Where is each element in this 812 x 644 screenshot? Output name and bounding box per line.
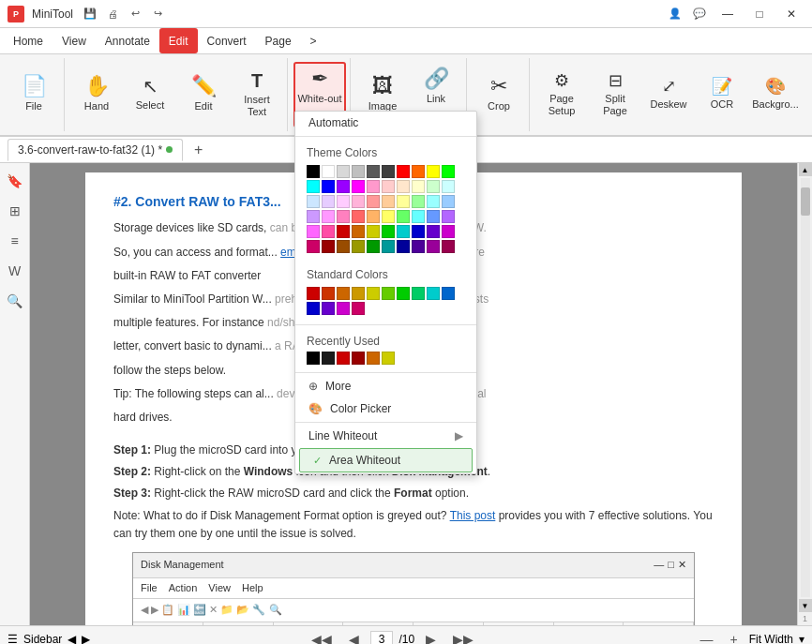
zoom-in-btn[interactable]: + xyxy=(724,630,743,645)
standard-color-swatch[interactable] xyxy=(352,287,365,300)
dropdown-color-picker[interactable]: 🎨 Color Picker xyxy=(295,397,476,420)
theme-color-swatch[interactable] xyxy=(307,210,320,223)
theme-color-swatch[interactable] xyxy=(307,180,320,193)
scroll-thumb[interactable] xyxy=(801,187,810,216)
undo-btn[interactable]: ↩ xyxy=(126,5,144,23)
menu-page[interactable]: Page xyxy=(256,28,301,53)
tool-edit[interactable]: ✏️ Edit xyxy=(177,62,230,127)
theme-color-swatch[interactable] xyxy=(427,165,440,178)
theme-color-swatch[interactable] xyxy=(307,240,320,253)
theme-color-swatch[interactable] xyxy=(367,225,380,238)
tab-add-btn[interactable]: + xyxy=(187,140,210,160)
theme-color-swatch[interactable] xyxy=(412,195,425,208)
theme-color-swatch[interactable] xyxy=(352,225,365,238)
standard-color-swatch[interactable] xyxy=(412,287,425,300)
sidebar-icon-bookmark[interactable]: 🔖 xyxy=(3,169,27,193)
theme-color-swatch[interactable] xyxy=(412,210,425,223)
standard-color-swatch[interactable] xyxy=(337,287,350,300)
recent-color-swatch[interactable] xyxy=(337,352,350,365)
theme-color-swatch[interactable] xyxy=(322,195,335,208)
theme-color-swatch[interactable] xyxy=(322,240,335,253)
standard-color-swatch[interactable] xyxy=(367,287,380,300)
theme-color-swatch[interactable] xyxy=(307,225,320,238)
theme-color-swatch[interactable] xyxy=(382,165,395,178)
dropdown-more[interactable]: ⊕ More xyxy=(295,375,476,397)
theme-color-swatch[interactable] xyxy=(442,195,455,208)
theme-color-swatch[interactable] xyxy=(397,225,410,238)
theme-color-swatch[interactable] xyxy=(352,195,365,208)
theme-color-swatch[interactable] xyxy=(382,180,395,193)
standard-color-swatch[interactable] xyxy=(307,287,320,300)
theme-color-swatch[interactable] xyxy=(382,240,395,253)
theme-color-swatch[interactable] xyxy=(352,240,365,253)
theme-color-swatch[interactable] xyxy=(412,225,425,238)
theme-color-swatch[interactable] xyxy=(397,210,410,223)
save-quick-btn[interactable]: 💾 xyxy=(81,5,99,23)
menu-edit[interactable]: Edit xyxy=(159,28,198,53)
theme-color-swatch[interactable] xyxy=(307,195,320,208)
fit-width-chevron[interactable]: ▾ xyxy=(799,633,804,645)
menu-view[interactable]: View xyxy=(53,28,96,53)
theme-color-swatch[interactable] xyxy=(442,225,455,238)
sidebar-icon-layers[interactable]: ≡ xyxy=(3,229,27,253)
theme-color-swatch[interactable] xyxy=(427,210,440,223)
menu-more-chevron[interactable]: > xyxy=(301,28,326,53)
dropdown-area-whiteout[interactable]: ✓ Area Whiteout xyxy=(299,448,473,472)
theme-color-swatch[interactable] xyxy=(442,180,455,193)
tool-file[interactable]: 📄 File xyxy=(8,62,60,127)
theme-color-swatch[interactable] xyxy=(397,240,410,253)
sidebar-arrow-right[interactable]: ▶ xyxy=(82,633,90,645)
theme-color-swatch[interactable] xyxy=(382,210,395,223)
theme-color-swatch[interactable] xyxy=(337,165,350,178)
theme-color-swatch[interactable] xyxy=(427,180,440,193)
theme-color-swatch[interactable] xyxy=(442,210,455,223)
tool-crop[interactable]: ✂ Crop xyxy=(473,62,525,127)
close-btn[interactable]: ✕ xyxy=(778,1,804,27)
dropdown-line-whiteout[interactable]: Line Whiteout ▶ xyxy=(295,425,476,447)
theme-color-swatch[interactable] xyxy=(352,165,365,178)
theme-color-swatch[interactable] xyxy=(322,225,335,238)
standard-color-swatch[interactable] xyxy=(322,287,335,300)
sidebar-icon-search[interactable]: 🔍 xyxy=(3,289,27,313)
theme-color-swatch[interactable] xyxy=(412,180,425,193)
tool-hand[interactable]: ✋ Hand xyxy=(70,62,123,127)
dropdown-auto[interactable]: Automatic xyxy=(295,112,476,134)
maximize-btn[interactable]: □ xyxy=(746,1,773,27)
theme-color-swatch[interactable] xyxy=(367,240,380,253)
theme-color-swatch[interactable] xyxy=(397,195,410,208)
standard-color-swatch[interactable] xyxy=(322,302,335,315)
theme-color-swatch[interactable] xyxy=(337,240,350,253)
theme-color-swatch[interactable] xyxy=(367,165,380,178)
chat-icon[interactable]: 💬 xyxy=(690,5,709,23)
tool-deskew[interactable]: ⤢ Deskew xyxy=(642,62,695,127)
standard-color-swatch[interactable] xyxy=(352,302,365,315)
theme-color-swatch[interactable] xyxy=(367,195,380,208)
theme-color-swatch[interactable] xyxy=(337,180,350,193)
theme-color-swatch[interactable] xyxy=(397,165,410,178)
last-page-btn[interactable]: ▶▶ xyxy=(447,630,479,645)
scroll-down-btn[interactable]: ▼ xyxy=(799,599,812,612)
theme-color-swatch[interactable] xyxy=(412,165,425,178)
prev-page-btn[interactable]: ◀ xyxy=(343,630,365,645)
standard-color-swatch[interactable] xyxy=(382,287,395,300)
standard-color-swatch[interactable] xyxy=(427,287,440,300)
menu-annotate[interactable]: Annotate xyxy=(96,28,159,53)
theme-color-swatch[interactable] xyxy=(442,165,455,178)
current-page-input[interactable]: 3 xyxy=(370,631,394,645)
menu-home[interactable]: Home xyxy=(4,28,53,53)
minimize-btn[interactable]: — xyxy=(714,1,741,27)
theme-color-swatch[interactable] xyxy=(307,165,320,178)
theme-color-swatch[interactable] xyxy=(367,210,380,223)
print-quick-btn[interactable]: 🖨 xyxy=(103,5,122,23)
tool-insert-text[interactable]: T Insert Text xyxy=(231,62,283,127)
scroll-up-btn[interactable]: ▲ xyxy=(799,163,812,176)
first-page-btn[interactable]: ◀◀ xyxy=(306,630,338,645)
recent-color-swatch[interactable] xyxy=(322,352,335,365)
tab-current-doc[interactable]: 3.6-convert-raw-to-fat32 (1) * xyxy=(8,139,183,161)
theme-color-swatch[interactable] xyxy=(382,195,395,208)
theme-color-swatch[interactable] xyxy=(382,225,395,238)
recent-color-swatch[interactable] xyxy=(352,352,365,365)
theme-color-swatch[interactable] xyxy=(427,240,440,253)
theme-color-swatch[interactable] xyxy=(352,180,365,193)
recent-color-swatch[interactable] xyxy=(367,352,380,365)
